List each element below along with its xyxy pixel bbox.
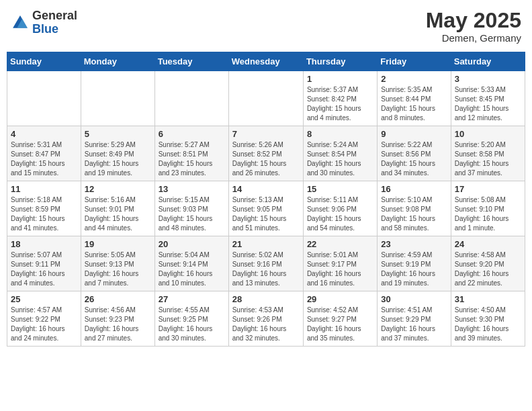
calendar-cell: 13Sunrise: 5:15 AM Sunset: 9:03 PM Dayli… bbox=[154, 181, 228, 236]
day-number: 21 bbox=[232, 239, 300, 249]
calendar-cell: 29Sunrise: 4:52 AM Sunset: 9:27 PM Dayli… bbox=[303, 291, 377, 347]
day-detail: Sunrise: 4:50 AM Sunset: 9:30 PM Dayligh… bbox=[455, 306, 521, 343]
day-detail: Sunrise: 4:55 AM Sunset: 9:25 PM Dayligh… bbox=[159, 306, 225, 343]
day-number: 13 bbox=[159, 184, 225, 194]
month-year-title: May 2025 bbox=[426, 9, 521, 31]
day-number: 16 bbox=[381, 184, 447, 194]
calendar-cell: 30Sunrise: 4:51 AM Sunset: 9:29 PM Dayli… bbox=[378, 291, 451, 347]
day-number: 26 bbox=[85, 294, 151, 304]
day-number: 4 bbox=[11, 129, 77, 139]
day-detail: Sunrise: 5:24 AM Sunset: 8:54 PM Dayligh… bbox=[307, 140, 373, 178]
weekday-header-tuesday: Tuesday bbox=[154, 52, 228, 71]
day-detail: Sunrise: 4:53 AM Sunset: 9:26 PM Dayligh… bbox=[232, 306, 300, 343]
logo: General Blue bbox=[11, 9, 77, 36]
calendar-cell bbox=[81, 71, 154, 126]
calendar-cell: 12Sunrise: 5:16 AM Sunset: 9:01 PM Dayli… bbox=[81, 181, 154, 236]
calendar-cell: 7Sunrise: 5:26 AM Sunset: 8:52 PM Daylig… bbox=[228, 126, 303, 181]
calendar-cell: 26Sunrise: 4:56 AM Sunset: 9:23 PM Dayli… bbox=[81, 291, 154, 347]
day-detail: Sunrise: 4:59 AM Sunset: 9:19 PM Dayligh… bbox=[381, 250, 447, 288]
day-number: 25 bbox=[11, 294, 77, 304]
day-number: 12 bbox=[85, 184, 151, 194]
day-number: 19 bbox=[85, 239, 151, 249]
day-detail: Sunrise: 5:26 AM Sunset: 8:52 PM Dayligh… bbox=[232, 140, 300, 178]
day-detail: Sunrise: 5:18 AM Sunset: 8:59 PM Dayligh… bbox=[11, 195, 77, 233]
day-detail: Sunrise: 5:22 AM Sunset: 8:56 PM Dayligh… bbox=[381, 140, 447, 178]
calendar-cell bbox=[7, 71, 81, 126]
day-number: 10 bbox=[455, 129, 521, 139]
calendar-cell: 10Sunrise: 5:20 AM Sunset: 8:58 PM Dayli… bbox=[451, 126, 525, 181]
day-number: 2 bbox=[381, 74, 447, 84]
day-detail: Sunrise: 4:58 AM Sunset: 9:20 PM Dayligh… bbox=[455, 250, 521, 288]
weekday-header-thursday: Thursday bbox=[303, 52, 377, 71]
calendar-cell: 18Sunrise: 5:07 AM Sunset: 9:11 PM Dayli… bbox=[7, 236, 81, 291]
calendar-cell: 24Sunrise: 4:58 AM Sunset: 9:20 PM Dayli… bbox=[451, 236, 525, 291]
calendar-week-4: 18Sunrise: 5:07 AM Sunset: 9:11 PM Dayli… bbox=[7, 236, 525, 291]
day-number: 17 bbox=[455, 184, 521, 194]
weekday-header-row: SundayMondayTuesdayWednesdayThursdayFrid… bbox=[7, 52, 525, 71]
day-detail: Sunrise: 5:33 AM Sunset: 8:45 PM Dayligh… bbox=[455, 85, 521, 123]
calendar-week-5: 25Sunrise: 4:57 AM Sunset: 9:22 PM Dayli… bbox=[7, 291, 525, 347]
day-detail: Sunrise: 5:02 AM Sunset: 9:16 PM Dayligh… bbox=[232, 250, 300, 288]
day-number: 22 bbox=[307, 239, 373, 249]
calendar-cell: 8Sunrise: 5:24 AM Sunset: 8:54 PM Daylig… bbox=[303, 126, 377, 181]
calendar-cell: 31Sunrise: 4:50 AM Sunset: 9:30 PM Dayli… bbox=[451, 291, 525, 347]
calendar-cell: 25Sunrise: 4:57 AM Sunset: 9:22 PM Dayli… bbox=[7, 291, 81, 347]
day-detail: Sunrise: 5:08 AM Sunset: 9:10 PM Dayligh… bbox=[455, 195, 521, 233]
calendar-cell: 21Sunrise: 5:02 AM Sunset: 9:16 PM Dayli… bbox=[228, 236, 303, 291]
day-detail: Sunrise: 5:10 AM Sunset: 9:08 PM Dayligh… bbox=[381, 195, 447, 233]
day-detail: Sunrise: 5:13 AM Sunset: 9:05 PM Dayligh… bbox=[232, 195, 300, 233]
title-block: May 2025 Demen, Germany bbox=[426, 9, 521, 44]
day-number: 28 bbox=[232, 294, 300, 304]
location-subtitle: Demen, Germany bbox=[426, 32, 521, 44]
day-detail: Sunrise: 5:27 AM Sunset: 8:51 PM Dayligh… bbox=[159, 140, 225, 178]
calendar-cell: 22Sunrise: 5:01 AM Sunset: 9:17 PM Dayli… bbox=[303, 236, 377, 291]
day-number: 18 bbox=[11, 239, 77, 249]
day-number: 6 bbox=[159, 129, 225, 139]
day-number: 30 bbox=[381, 294, 447, 304]
day-detail: Sunrise: 5:01 AM Sunset: 9:17 PM Dayligh… bbox=[307, 250, 373, 288]
day-number: 5 bbox=[85, 129, 151, 139]
calendar-cell: 15Sunrise: 5:11 AM Sunset: 9:06 PM Dayli… bbox=[303, 181, 377, 236]
logo-icon bbox=[11, 13, 30, 32]
day-number: 15 bbox=[307, 184, 373, 194]
day-detail: Sunrise: 4:52 AM Sunset: 9:27 PM Dayligh… bbox=[307, 306, 373, 343]
day-detail: Sunrise: 5:05 AM Sunset: 9:13 PM Dayligh… bbox=[85, 250, 151, 288]
calendar-cell bbox=[228, 71, 303, 126]
calendar-cell: 2Sunrise: 5:35 AM Sunset: 8:44 PM Daylig… bbox=[378, 71, 451, 126]
calendar-cell: 11Sunrise: 5:18 AM Sunset: 8:59 PM Dayli… bbox=[7, 181, 81, 236]
calendar-cell: 14Sunrise: 5:13 AM Sunset: 9:05 PM Dayli… bbox=[228, 181, 303, 236]
calendar-cell: 19Sunrise: 5:05 AM Sunset: 9:13 PM Dayli… bbox=[81, 236, 154, 291]
day-detail: Sunrise: 4:51 AM Sunset: 9:29 PM Dayligh… bbox=[381, 306, 447, 343]
logo-blue-text: Blue bbox=[32, 22, 58, 36]
day-number: 9 bbox=[381, 129, 447, 139]
weekday-header-monday: Monday bbox=[81, 52, 154, 71]
day-detail: Sunrise: 5:07 AM Sunset: 9:11 PM Dayligh… bbox=[11, 250, 77, 288]
calendar-cell: 28Sunrise: 4:53 AM Sunset: 9:26 PM Dayli… bbox=[228, 291, 303, 347]
calendar-cell bbox=[154, 71, 228, 126]
day-number: 31 bbox=[455, 294, 521, 304]
day-detail: Sunrise: 5:11 AM Sunset: 9:06 PM Dayligh… bbox=[307, 195, 373, 233]
day-detail: Sunrise: 5:15 AM Sunset: 9:03 PM Dayligh… bbox=[159, 195, 225, 233]
day-number: 23 bbox=[381, 239, 447, 249]
day-detail: Sunrise: 5:35 AM Sunset: 8:44 PM Dayligh… bbox=[381, 85, 447, 123]
logo-general-text: General bbox=[32, 9, 77, 22]
day-number: 27 bbox=[159, 294, 225, 304]
calendar-table: SundayMondayTuesdayWednesdayThursdayFrid… bbox=[7, 52, 525, 347]
calendar-cell: 4Sunrise: 5:31 AM Sunset: 8:47 PM Daylig… bbox=[7, 126, 81, 181]
day-detail: Sunrise: 5:37 AM Sunset: 8:42 PM Dayligh… bbox=[307, 85, 373, 123]
day-number: 11 bbox=[11, 184, 77, 194]
day-number: 20 bbox=[159, 239, 225, 249]
calendar-week-2: 4Sunrise: 5:31 AM Sunset: 8:47 PM Daylig… bbox=[7, 126, 525, 181]
day-number: 24 bbox=[455, 239, 521, 249]
day-detail: Sunrise: 4:57 AM Sunset: 9:22 PM Dayligh… bbox=[11, 306, 77, 343]
calendar-cell: 9Sunrise: 5:22 AM Sunset: 8:56 PM Daylig… bbox=[378, 126, 451, 181]
day-number: 1 bbox=[307, 74, 373, 84]
day-detail: Sunrise: 5:16 AM Sunset: 9:01 PM Dayligh… bbox=[85, 195, 151, 233]
day-detail: Sunrise: 5:31 AM Sunset: 8:47 PM Dayligh… bbox=[11, 140, 77, 178]
calendar-cell: 16Sunrise: 5:10 AM Sunset: 9:08 PM Dayli… bbox=[378, 181, 451, 236]
calendar-cell: 1Sunrise: 5:37 AM Sunset: 8:42 PM Daylig… bbox=[303, 71, 377, 126]
weekday-header-wednesday: Wednesday bbox=[228, 52, 303, 71]
calendar-cell: 6Sunrise: 5:27 AM Sunset: 8:51 PM Daylig… bbox=[154, 126, 228, 181]
calendar-week-3: 11Sunrise: 5:18 AM Sunset: 8:59 PM Dayli… bbox=[7, 181, 525, 236]
weekday-header-saturday: Saturday bbox=[451, 52, 525, 71]
